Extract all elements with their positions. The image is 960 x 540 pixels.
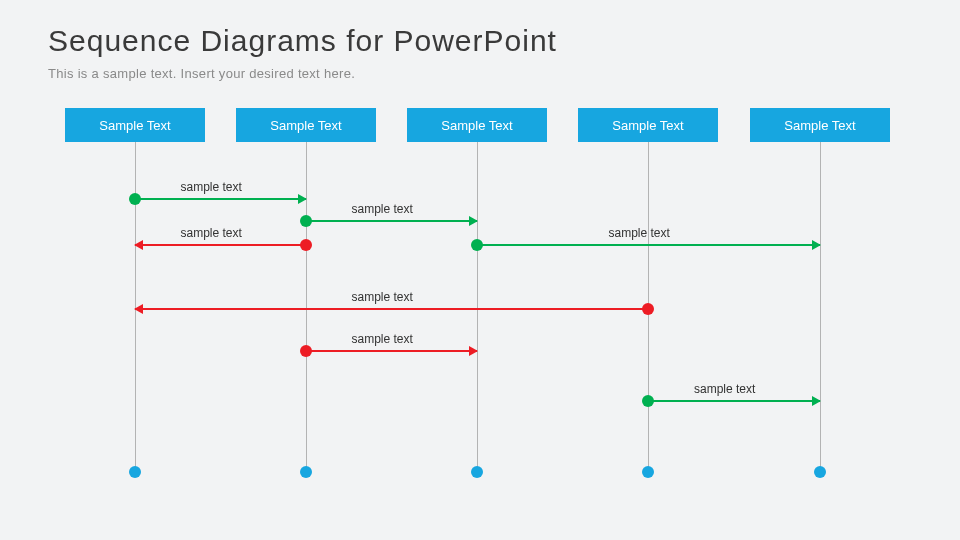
message-label-1: sample text [352,202,413,216]
message-arrow-4 [135,308,648,310]
message-label-3: sample text [609,226,670,240]
message-arrow-3 [477,244,820,246]
message-origin-dot-0 [129,193,141,205]
lifeline-end-2 [471,466,483,478]
lifeline-end-0 [129,466,141,478]
message-label-0: sample text [181,180,242,194]
lane-header-1: Sample Text [236,108,376,142]
lane-header-4: Sample Text [750,108,890,142]
message-label-4: sample text [352,290,413,304]
message-origin-dot-1 [300,215,312,227]
lifeline-end-1 [300,466,312,478]
lifeline-4 [820,142,821,470]
message-label-2: sample text [181,226,242,240]
message-origin-dot-4 [642,303,654,315]
lifeline-2 [477,142,478,470]
lane-header-2: Sample Text [407,108,547,142]
message-origin-dot-6 [642,395,654,407]
message-arrow-5 [306,350,477,352]
message-origin-dot-2 [300,239,312,251]
message-origin-dot-5 [300,345,312,357]
slide: Sequence Diagrams for PowerPoint This is… [0,0,960,540]
message-origin-dot-3 [471,239,483,251]
lifeline-1 [306,142,307,470]
lane-header-3: Sample Text [578,108,718,142]
page-title: Sequence Diagrams for PowerPoint [48,24,557,58]
page-subtitle: This is a sample text. Insert your desir… [48,66,355,81]
lifeline-end-4 [814,466,826,478]
message-arrow-0 [135,198,306,200]
message-label-6: sample text [694,382,755,396]
message-arrow-6 [648,400,820,402]
lane-header-0: Sample Text [65,108,205,142]
lifeline-end-3 [642,466,654,478]
message-label-5: sample text [352,332,413,346]
message-arrow-2 [135,244,306,246]
message-arrow-1 [306,220,477,222]
